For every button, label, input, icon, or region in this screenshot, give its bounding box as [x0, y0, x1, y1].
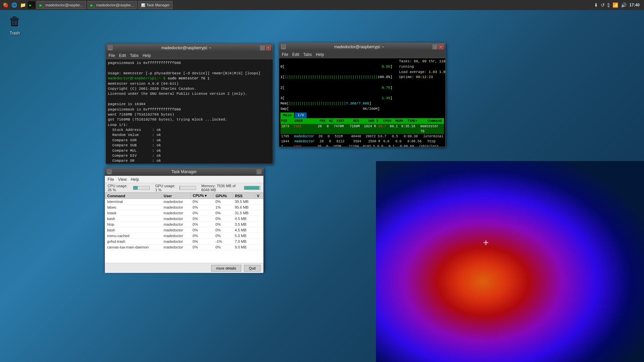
quit-button[interactable]: Quit	[244, 265, 261, 272]
htop-titlebar[interactable]: _ madedoctor@raspberrypi: ~ □ ✕	[279, 43, 445, 51]
table-row[interactable]: lxterminal madedoctor 0% 0% 39.5 MB	[105, 199, 263, 205]
terminal-close-btn[interactable]: ✕	[266, 46, 271, 50]
htop-menu-tabs[interactable]: Tabs	[303, 52, 312, 57]
terminal-menu-tabs[interactable]: Tabs	[130, 53, 138, 58]
terminal-line: Random Value : ok	[108, 133, 271, 138]
proc-v	[255, 244, 263, 250]
htop-menu-file[interactable]: File	[282, 52, 288, 57]
col-command[interactable]: Command	[105, 193, 162, 199]
taskbar-taskmanager[interactable]: 📊 Task Manager	[138, 1, 173, 9]
htop-col-cpu[interactable]: CPU%	[383, 119, 395, 124]
htop-cpu-stats: 0[ 0.0%] 1[|||||||||||||||||||||||||||||…	[280, 59, 392, 112]
bluetooth-icon: ₿	[607, 2, 610, 8]
col-v[interactable]: V	[255, 193, 263, 199]
htop-minimize-btn[interactable]: _	[281, 45, 286, 49]
htop-tabs: Main I/O	[280, 113, 444, 119]
thermal-cross-marker: +	[483, 237, 497, 251]
htop-maximize-btn[interactable]: □	[433, 45, 437, 49]
proc-rss: 9.0 MB	[233, 244, 255, 250]
proc-cmd: htop	[105, 222, 162, 227]
taskmanager-title: Task Manager	[112, 169, 257, 174]
htop-col-res[interactable]: RES	[353, 119, 368, 124]
htop-row-selected[interactable]: 1873 root 20 0 7470M 7169M 1024 R 99.7 8…	[280, 124, 444, 134]
proc-rss: 4.5 MB	[233, 227, 255, 233]
htop-title: madedoctor@raspberrypi: ~	[286, 45, 433, 49]
taskmanager-maximize-btn[interactable]: □	[257, 169, 261, 174]
folder-icon[interactable]: 📁	[19, 1, 26, 9]
htop-mem: Mem[|||||||||||||||||||||||||||7.366/7.8…	[280, 101, 392, 106]
htop-col-mem[interactable]: MEM%	[395, 119, 407, 124]
taskmanager-minimize-btn[interactable]: _	[107, 169, 112, 174]
htop-col-shr[interactable]: SHR S	[368, 119, 383, 124]
proc-cmd: menu-cached	[105, 233, 162, 239]
terminal-icon[interactable]: ▶_	[28, 1, 35, 9]
htop-col-ni[interactable]: NI	[329, 119, 336, 124]
terminal-body[interactable]: pagesizemask is 0xffffffffffff000 Usage:…	[106, 59, 273, 164]
terminal-menu-edit[interactable]: Edit	[119, 53, 126, 58]
table-row[interactable]: htop madedoctor 0% 0% 3.5 MB	[105, 222, 263, 227]
file-manager-icon[interactable]: 🌐	[10, 1, 18, 9]
htop-col-pid[interactable]: PID	[281, 119, 295, 124]
htop-proc-row[interactable]: 1 root 20 0 165M 11184 8192 S 0.0 0.1 0:…	[280, 144, 444, 147]
proc-rss: 7.0 MB	[233, 239, 255, 244]
proc-rss: 4.5 MB	[233, 216, 255, 222]
htop-proc-row[interactable]: 1795 madedoctor 20 0 531M 40448 28672 S …	[280, 134, 444, 139]
taskmanager-menu-help[interactable]: Help	[131, 177, 139, 182]
htop-menu-edit[interactable]: Edit	[292, 52, 299, 57]
htop-proc-row[interactable]: 1844 madedoctor 20 0 8112 3584 2560 R 0.…	[280, 139, 444, 144]
taskmanager-menu-view[interactable]: View	[118, 177, 127, 182]
col-cpu[interactable]: CPU% ▾	[191, 193, 213, 199]
table-row[interactable]: gvfsd-trash madedoctor 0% -1% 7.0 MB	[105, 239, 263, 244]
htop-col-user[interactable]: USER	[295, 119, 320, 124]
memory-label: Memory: 7536 MB of 8048 MB	[201, 184, 243, 192]
htop-col-virt[interactable]: VIRT	[336, 119, 353, 124]
proc-user: madedoctor	[162, 205, 191, 210]
table-row[interactable]: bash madedoctor 0% 0% 4.5 MB	[105, 216, 263, 222]
raspberry-pi-menu-icon[interactable]: 🍓	[2, 1, 9, 9]
taskmanager-menu-file[interactable]: File	[108, 177, 114, 182]
htop-tab-main[interactable]: Main	[280, 113, 294, 119]
htop-close-btn[interactable]: ✕	[439, 45, 443, 49]
taskbar-terminal2[interactable]: ▶_ madedoctor@raspbe...	[87, 1, 137, 9]
terminal-line: Loop 1/1:	[108, 123, 271, 128]
more-details-button[interactable]: more details	[211, 265, 241, 272]
htop-tab-io[interactable]: I/O	[295, 113, 307, 119]
terminal-line: want 7168MB (7516192768 bytes)	[108, 112, 271, 117]
proc-gpu: 0%	[213, 210, 233, 216]
terminal-menu-help[interactable]: Help	[142, 53, 151, 58]
desktop-trash[interactable]: 🗑 Trash	[7, 13, 23, 35]
col-user[interactable]: User	[162, 193, 191, 199]
table-row[interactable]: canvas-lua-main-daemon madedoctor 0% 0% …	[105, 244, 263, 250]
htop-col-cmd[interactable]: Command	[428, 119, 443, 124]
taskmanager-window-controls: _	[107, 169, 112, 174]
terminal-line: Licensed under the GNU General Public Li…	[108, 91, 271, 96]
terminal-line: Copyright (C) 2001-2020 Charles Cazabon.	[108, 86, 271, 91]
gpu-usage-label: GPU usage: 1 %	[155, 184, 178, 192]
cpu-bar-fill	[133, 186, 137, 190]
htop-col-pri[interactable]: PRI	[320, 119, 329, 124]
terminal-minimize-btn[interactable]: _	[108, 46, 113, 50]
table-row[interactable]: lxtask madedoctor 0% 0% 31.5 MB	[105, 210, 263, 216]
taskbar-terminal1[interactable]: ▶_ madedoctor@raspbe...	[37, 1, 86, 9]
col-gpu[interactable]: GPU%	[213, 193, 233, 199]
proc-gpu: -1%	[213, 239, 233, 244]
table-row[interactable]: labwc madedoctor 0% 1% 95.6 MB	[105, 205, 263, 210]
trash-label: Trash	[10, 31, 20, 35]
terminal-line	[108, 66, 271, 71]
terminal-menu-file[interactable]: File	[109, 53, 115, 58]
htop-menu-help[interactable]: Help	[316, 52, 324, 57]
col-rss[interactable]: RSS	[233, 193, 255, 199]
refresh-icon: ↺	[601, 2, 605, 8]
taskmanager-footer: more details Quit	[105, 263, 263, 273]
terminal-maximize-btn[interactable]: □	[260, 46, 265, 50]
htop-uptime-line: Uptime: 00:12:23	[399, 75, 445, 80]
proc-v	[255, 216, 263, 222]
terminal-titlebar[interactable]: _ madedoctor@raspberrypi: ~ □ ✕	[106, 44, 273, 52]
htop-body[interactable]: 0[ 0.0%] 1[|||||||||||||||||||||||||||||…	[279, 58, 445, 147]
proc-cpu: 0%	[191, 227, 213, 233]
proc-cpu: 0%	[191, 244, 213, 250]
htop-col-time[interactable]: TIME+	[407, 119, 428, 124]
table-row[interactable]: menu-cached madedoctor 0% 0% 5.0 MB	[105, 233, 263, 239]
taskmanager-titlebar[interactable]: _ Task Manager □	[105, 168, 263, 176]
table-row[interactable]: bash madedoctor 0% 0% 4.5 MB	[105, 227, 263, 233]
